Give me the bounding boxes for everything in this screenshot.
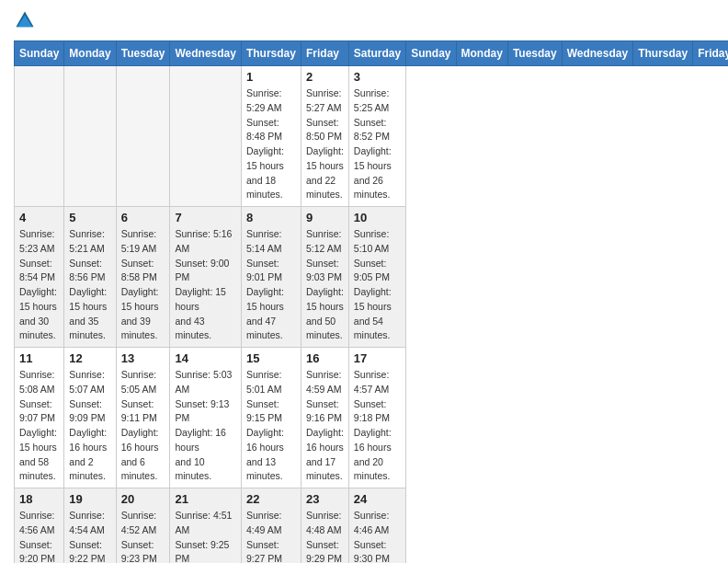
- calendar-cell: 14Sunrise: 5:03 AM Sunset: 9:13 PM Dayli…: [170, 348, 241, 488]
- calendar-cell: 18Sunrise: 4:56 AM Sunset: 9:20 PM Dayli…: [15, 488, 64, 564]
- calendar-cell: 8Sunrise: 5:14 AM Sunset: 9:01 PM Daylig…: [241, 207, 301, 348]
- calendar-cell: 13Sunrise: 5:05 AM Sunset: 9:11 PM Dayli…: [116, 348, 170, 488]
- day-number: 10: [354, 211, 401, 224]
- calendar-cell: 11Sunrise: 5:08 AM Sunset: 9:07 PM Dayli…: [15, 348, 64, 488]
- weekday-header-row: SundayMondayTuesdayWednesdayThursdayFrid…: [15, 41, 729, 66]
- day-number: 9: [306, 211, 344, 224]
- weekday-header-monday: Monday: [64, 41, 116, 66]
- day-info: Sunrise: 4:54 AM Sunset: 9:22 PM Dayligh…: [69, 509, 110, 563]
- day-info: Sunrise: 5:12 AM Sunset: 9:03 PM Dayligh…: [306, 227, 344, 343]
- calendar-cell: 5Sunrise: 5:21 AM Sunset: 8:56 PM Daylig…: [64, 207, 116, 348]
- calendar-cell: 16Sunrise: 4:59 AM Sunset: 9:16 PM Dayli…: [301, 348, 348, 488]
- day-info: Sunrise: 4:59 AM Sunset: 9:16 PM Dayligh…: [306, 368, 344, 484]
- day-info: Sunrise: 4:56 AM Sunset: 9:20 PM Dayligh…: [19, 509, 59, 563]
- day-info: Sunrise: 5:21 AM Sunset: 8:56 PM Dayligh…: [69, 227, 110, 343]
- day-info: Sunrise: 5:05 AM Sunset: 9:11 PM Dayligh…: [121, 368, 165, 484]
- day-number: 6: [121, 211, 165, 224]
- calendar-cell: 10Sunrise: 5:10 AM Sunset: 9:05 PM Dayli…: [348, 207, 405, 348]
- calendar-cell: 21Sunrise: 4:51 AM Sunset: 9:25 PM Dayli…: [170, 488, 241, 564]
- day-info: Sunrise: 5:03 AM Sunset: 9:13 PM Dayligh…: [175, 368, 235, 484]
- calendar-cell: 19Sunrise: 4:54 AM Sunset: 9:22 PM Dayli…: [64, 488, 116, 564]
- calendar-cell: 2Sunrise: 5:27 AM Sunset: 8:50 PM Daylig…: [301, 66, 348, 207]
- day-number: 17: [354, 351, 401, 365]
- calendar-cell: 7Sunrise: 5:16 AM Sunset: 9:00 PM Daylig…: [170, 207, 241, 348]
- week-row-4: 18Sunrise: 4:56 AM Sunset: 9:20 PM Dayli…: [15, 488, 729, 564]
- day-number: 13: [121, 351, 165, 365]
- day-number: 21: [175, 492, 235, 506]
- weekday-header-wednesday: Wednesday: [562, 41, 632, 66]
- calendar-cell: 1Sunrise: 5:29 AM Sunset: 8:48 PM Daylig…: [241, 66, 301, 207]
- calendar-cell: [64, 66, 116, 207]
- weekday-header-sunday: Sunday: [15, 41, 64, 66]
- day-number: 8: [246, 211, 296, 224]
- calendar-cell: 17Sunrise: 4:57 AM Sunset: 9:18 PM Dayli…: [348, 348, 405, 488]
- day-info: Sunrise: 5:08 AM Sunset: 9:07 PM Dayligh…: [19, 368, 59, 484]
- weekday-header-thursday: Thursday: [241, 41, 301, 66]
- day-number: 16: [306, 351, 344, 365]
- weekday-header-sunday: Sunday: [406, 41, 456, 66]
- day-info: Sunrise: 4:49 AM Sunset: 9:27 PM Dayligh…: [246, 509, 296, 563]
- calendar-cell: 23Sunrise: 4:48 AM Sunset: 9:29 PM Dayli…: [301, 488, 348, 564]
- day-number: 23: [306, 492, 344, 506]
- week-row-3: 11Sunrise: 5:08 AM Sunset: 9:07 PM Dayli…: [15, 348, 729, 488]
- day-number: 4: [19, 211, 59, 224]
- calendar-cell: 24Sunrise: 4:46 AM Sunset: 9:30 PM Dayli…: [348, 488, 405, 564]
- weekday-header-tuesday: Tuesday: [116, 41, 170, 66]
- calendar-cell: 4Sunrise: 5:23 AM Sunset: 8:54 PM Daylig…: [15, 207, 64, 348]
- day-info: Sunrise: 5:23 AM Sunset: 8:54 PM Dayligh…: [19, 227, 59, 343]
- day-info: Sunrise: 5:25 AM Sunset: 8:52 PM Dayligh…: [354, 86, 401, 202]
- calendar-cell: 12Sunrise: 5:07 AM Sunset: 9:09 PM Dayli…: [64, 348, 116, 488]
- calendar-table: SundayMondayTuesdayWednesdayThursdayFrid…: [14, 40, 728, 563]
- calendar-cell: [170, 66, 241, 207]
- weekday-header-friday: Friday: [301, 41, 348, 66]
- day-number: 18: [19, 492, 59, 506]
- day-number: 1: [246, 70, 296, 84]
- day-info: Sunrise: 5:27 AM Sunset: 8:50 PM Dayligh…: [306, 86, 344, 202]
- day-number: 15: [246, 351, 296, 365]
- day-info: Sunrise: 5:14 AM Sunset: 9:01 PM Dayligh…: [246, 227, 296, 343]
- calendar-cell: 9Sunrise: 5:12 AM Sunset: 9:03 PM Daylig…: [301, 207, 348, 348]
- weekday-header-friday: Friday: [693, 41, 728, 66]
- page-header: [14, 9, 714, 31]
- day-number: 7: [175, 211, 235, 224]
- calendar-cell: 20Sunrise: 4:52 AM Sunset: 9:23 PM Dayli…: [116, 488, 170, 564]
- day-info: Sunrise: 4:51 AM Sunset: 9:25 PM Dayligh…: [175, 509, 235, 563]
- day-info: Sunrise: 5:16 AM Sunset: 9:00 PM Dayligh…: [175, 227, 235, 343]
- weekday-header-wednesday: Wednesday: [170, 41, 241, 66]
- day-info: Sunrise: 4:48 AM Sunset: 9:29 PM Dayligh…: [306, 509, 344, 563]
- logo: [14, 9, 40, 31]
- weekday-header-saturday: Saturday: [348, 41, 405, 66]
- day-number: 22: [246, 492, 296, 506]
- calendar-cell: [116, 66, 170, 207]
- day-number: 11: [19, 351, 59, 365]
- day-number: 14: [175, 351, 235, 365]
- day-info: Sunrise: 5:19 AM Sunset: 8:58 PM Dayligh…: [121, 227, 165, 343]
- week-row-2: 4Sunrise: 5:23 AM Sunset: 8:54 PM Daylig…: [15, 207, 729, 348]
- day-info: Sunrise: 4:57 AM Sunset: 9:18 PM Dayligh…: [354, 368, 401, 484]
- calendar-cell: 6Sunrise: 5:19 AM Sunset: 8:58 PM Daylig…: [116, 207, 170, 348]
- day-number: 3: [354, 70, 401, 84]
- weekday-header-monday: Monday: [456, 41, 507, 66]
- day-info: Sunrise: 5:01 AM Sunset: 9:15 PM Dayligh…: [246, 368, 296, 484]
- day-info: Sunrise: 4:46 AM Sunset: 9:30 PM Dayligh…: [354, 509, 401, 563]
- day-number: 12: [69, 351, 110, 365]
- calendar-cell: 3Sunrise: 5:25 AM Sunset: 8:52 PM Daylig…: [348, 66, 405, 207]
- logo-icon: [14, 9, 36, 31]
- calendar-cell: 22Sunrise: 4:49 AM Sunset: 9:27 PM Dayli…: [241, 488, 301, 564]
- day-number: 19: [69, 492, 110, 506]
- calendar-cell: 15Sunrise: 5:01 AM Sunset: 9:15 PM Dayli…: [241, 348, 301, 488]
- day-number: 24: [354, 492, 401, 506]
- day-info: Sunrise: 4:52 AM Sunset: 9:23 PM Dayligh…: [121, 509, 165, 563]
- day-number: 2: [306, 70, 344, 84]
- weekday-header-tuesday: Tuesday: [507, 41, 562, 66]
- day-info: Sunrise: 5:10 AM Sunset: 9:05 PM Dayligh…: [354, 227, 401, 343]
- day-number: 5: [69, 211, 110, 224]
- week-row-1: 1Sunrise: 5:29 AM Sunset: 8:48 PM Daylig…: [15, 66, 729, 207]
- day-info: Sunrise: 5:29 AM Sunset: 8:48 PM Dayligh…: [246, 86, 296, 202]
- weekday-header-thursday: Thursday: [633, 41, 693, 66]
- day-info: Sunrise: 5:07 AM Sunset: 9:09 PM Dayligh…: [69, 368, 110, 484]
- calendar-cell: [15, 66, 64, 207]
- day-number: 20: [121, 492, 165, 506]
